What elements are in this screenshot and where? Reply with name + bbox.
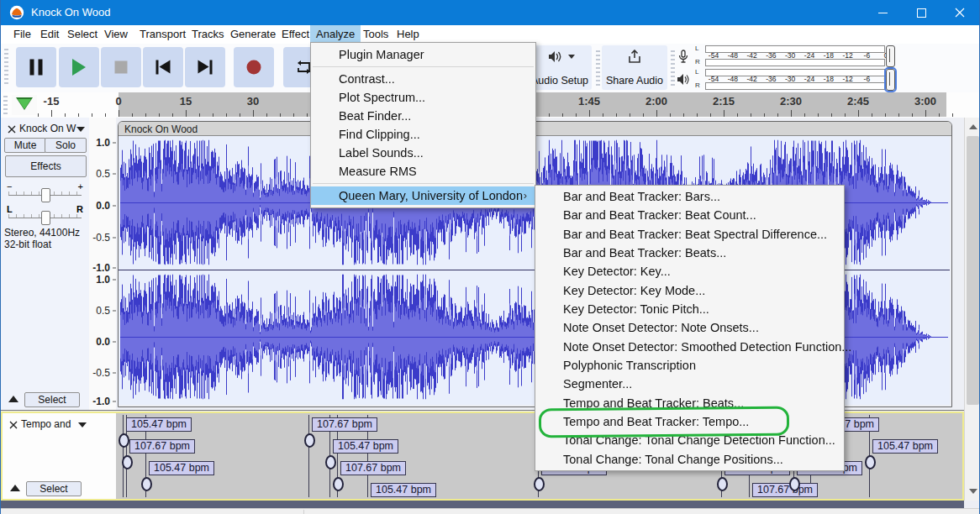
- label-handle-icon[interactable]: [304, 433, 315, 448]
- menubar-item-effect[interactable]: Effect: [276, 25, 315, 43]
- vertical-scrollbar[interactable]: [964, 118, 980, 501]
- label-handle-icon[interactable]: [333, 477, 344, 491]
- label-handle-icon[interactable]: [141, 477, 152, 491]
- label-handle-icon[interactable]: [119, 433, 129, 448]
- label-track-name-button[interactable]: Tempo and: [21, 417, 88, 432]
- track-select-button[interactable]: Select: [24, 392, 80, 407]
- scale-value: 0.0: [96, 200, 110, 212]
- timeline-options-button[interactable]: [12, 95, 37, 115]
- tempo-label[interactable]: 107.67 bpm: [752, 483, 818, 497]
- label-handle-icon[interactable]: [325, 455, 336, 469]
- submenu-item-note-onset-detector-smoothed-detection-function[interactable]: Note Onset Detector: Smoothed Detection …: [535, 338, 844, 356]
- submenu-item-polyphonic-transcription[interactable]: Polyphonic Transcription: [535, 356, 844, 375]
- track-control-panel: Knock On W Mute Solo Effects − + L R: [1, 118, 90, 410]
- scrollbar-thumb[interactable]: [967, 136, 979, 405]
- submenu-item-bar-and-beat-tracker-beat-count[interactable]: Bar and Beat Tracker: Beat Count...: [535, 206, 844, 224]
- skip-to-end-button[interactable]: [185, 47, 225, 87]
- mute-button[interactable]: Mute: [4, 138, 46, 153]
- ruler-label: 1:45: [578, 95, 600, 108]
- label-handle-icon[interactable]: [865, 455, 876, 469]
- menubar-item-tracks[interactable]: Tracks: [186, 25, 230, 43]
- collapse-track-button[interactable]: [4, 392, 23, 406]
- meter-slider-thumb[interactable]: [886, 45, 895, 67]
- label-handle-icon[interactable]: [717, 477, 728, 491]
- menubar-item-select[interactable]: Select: [61, 25, 103, 43]
- tempo-label[interactable]: 105.47 bpm: [149, 461, 214, 475]
- annotation-circle: [539, 406, 789, 438]
- menu-item-measure-rms[interactable]: Measure RMS: [311, 162, 535, 181]
- meter-bar: [705, 59, 885, 66]
- menu-item-beat-finder[interactable]: Beat Finder...: [311, 107, 535, 125]
- label-track-select-button[interactable]: Select: [26, 481, 82, 496]
- label-handle-icon[interactable]: [789, 477, 800, 491]
- menubar-item-edit[interactable]: Edit: [34, 25, 65, 43]
- minimize-button[interactable]: [863, 0, 902, 25]
- toolbar-grip[interactable]: [596, 50, 600, 86]
- tempo-label[interactable]: 105.47 bpm: [126, 417, 192, 432]
- recording-meter[interactable]: LR-54-48-42-36-30-24-18-12-60: [675, 45, 900, 67]
- scroll-up-icon[interactable]: [969, 124, 977, 129]
- skip-end-icon: [198, 60, 213, 75]
- vertical-scale-ruler[interactable]: 1.00.50.0-0.5-1.01.00.50.0-0.5-1.0: [89, 118, 117, 410]
- menubar-item-view[interactable]: View: [98, 25, 134, 43]
- menubar-item-transport[interactable]: Transport: [134, 25, 192, 43]
- stop-button[interactable]: [101, 47, 141, 87]
- tempo-label[interactable]: 107.67 bpm: [340, 461, 406, 475]
- menubar-item-generate[interactable]: Generate: [224, 25, 282, 43]
- menu-item-find-clipping[interactable]: Find Clipping...: [311, 125, 535, 144]
- submenu-item-bar-and-beat-tracker-bars[interactable]: Bar and Beat Tracker: Bars...: [535, 187, 844, 206]
- label-stem[interactable]: [308, 415, 309, 497]
- menu-item-queen-mary-university-of-london[interactable]: Queen Mary, University of London›: [311, 186, 535, 205]
- meter-scale-value: -54: [709, 75, 719, 83]
- menu-item-plot-spectrum[interactable]: Plot Spectrum...: [311, 88, 535, 107]
- submenu-item-bar-and-beat-tracker-beats[interactable]: Bar and Beat Tracker: Beats...: [535, 244, 844, 262]
- submenu-item-segmenter[interactable]: Segmenter...: [535, 375, 844, 393]
- tempo-label[interactable]: 107.67 bpm: [129, 439, 195, 454]
- menubar-item-tools[interactable]: Tools: [357, 25, 394, 43]
- share-audio-button[interactable]: Share Audio: [602, 45, 667, 90]
- pan-slider[interactable]: L R: [5, 204, 85, 224]
- effects-button[interactable]: Effects: [5, 155, 87, 177]
- meter-slider-thumb[interactable]: [886, 69, 895, 91]
- submenu-item-key-detector-key-mode[interactable]: Key Detector: Key Mode...: [535, 281, 844, 300]
- menubar-item-help[interactable]: Help: [391, 25, 425, 43]
- label-handle-icon[interactable]: [534, 477, 545, 491]
- close-button[interactable]: [940, 0, 979, 25]
- solo-button[interactable]: Solo: [45, 138, 87, 153]
- submenu-item-bar-and-beat-tracker-beat-spectral-difference[interactable]: Bar and Beat Tracker: Beat Spectral Diff…: [535, 225, 844, 244]
- play-button[interactable]: [59, 47, 99, 87]
- submenu-item-key-detector-key[interactable]: Key Detector: Key...: [535, 262, 844, 281]
- tempo-label[interactable]: 105.47 bpm: [371, 483, 436, 497]
- submenu-item-note-onset-detector-note-onsets[interactable]: Note Onset Detector: Note Onsets...: [535, 318, 844, 337]
- pause-icon: [30, 60, 43, 76]
- scale-value: -0.5: [92, 232, 110, 244]
- close-track-icon[interactable]: [8, 125, 16, 134]
- tempo-label[interactable]: 107.67 bpm: [312, 417, 377, 432]
- gain-slider[interactable]: − +: [5, 181, 85, 202]
- skip-to-start-button[interactable]: [143, 47, 183, 87]
- gain-slider-thumb[interactable]: [41, 188, 50, 202]
- collapse-track-button[interactable]: [6, 481, 24, 495]
- menu-item-contrast[interactable]: Contrast...: [311, 70, 535, 88]
- menubar-item-file[interactable]: File: [8, 25, 37, 43]
- record-button[interactable]: [234, 47, 274, 87]
- pan-slider-thumb[interactable]: [41, 211, 50, 225]
- maximize-button[interactable]: [902, 0, 940, 25]
- audio-setup-button[interactable]: Audio Setup: [528, 45, 592, 90]
- toolbar-grip[interactable]: [4, 49, 8, 86]
- ruler-grip[interactable]: [3, 96, 8, 114]
- tempo-label[interactable]: 105.47 bpm: [872, 439, 938, 454]
- tempo-label[interactable]: 105.47 bpm: [333, 439, 398, 454]
- close-track-icon[interactable]: [9, 421, 18, 429]
- pause-button[interactable]: [16, 47, 56, 87]
- menu-item-label-sounds[interactable]: Label Sounds...: [311, 144, 535, 162]
- menu-item-plugin-manager[interactable]: Plugin Manager: [311, 45, 535, 64]
- track-name-button[interactable]: Knock On W: [19, 122, 87, 136]
- meter-scale-value: -30: [785, 51, 795, 60]
- menubar-item-analyze[interactable]: Analyze: [310, 25, 361, 43]
- playback-meter[interactable]: LR-54-48-42-36-30-24-18-12-60: [675, 68, 900, 91]
- label-handle-icon[interactable]: [122, 455, 133, 469]
- scroll-down-icon[interactable]: [969, 489, 977, 494]
- submenu-item-tonal-change-tonal-change-positions[interactable]: Tonal Change: Tonal Change Positions...: [535, 450, 844, 469]
- submenu-item-key-detector-tonic-pitch[interactable]: Key Detector: Tonic Pitch...: [535, 300, 844, 318]
